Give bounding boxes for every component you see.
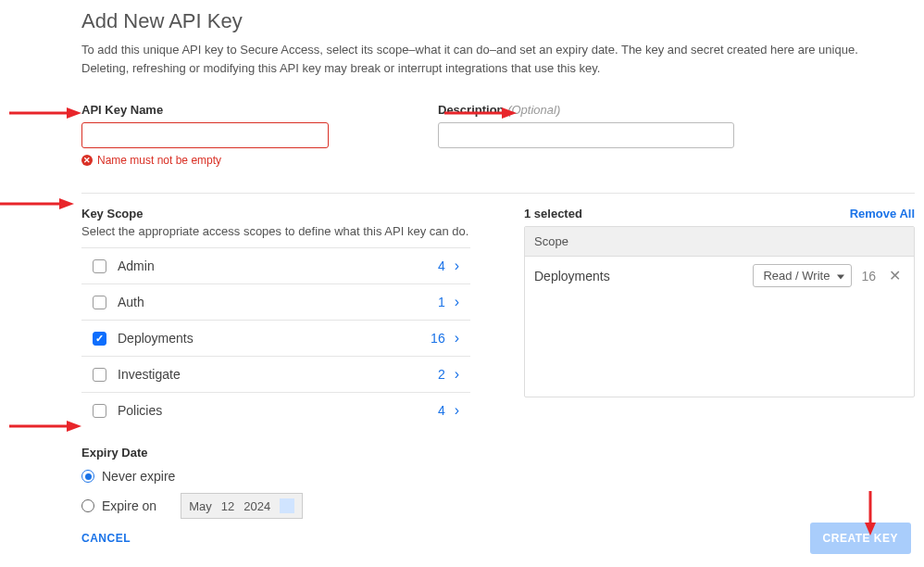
- selected-scope-name: Deployments: [534, 269, 743, 284]
- permission-select[interactable]: Read / Write: [753, 264, 852, 287]
- scope-checkbox[interactable]: [93, 404, 106, 418]
- scope-item-name: Admin: [118, 258, 438, 273]
- chevron-right-icon: ›: [455, 402, 459, 419]
- scope-item-name: Policies: [118, 403, 438, 418]
- scope-item-count: 16: [431, 331, 445, 346]
- radio-expire-on[interactable]: [81, 499, 94, 512]
- expire-on-label: Expire on: [102, 498, 156, 513]
- scope-item[interactable]: Investigate2›: [81, 357, 470, 393]
- api-key-name-label: API Key Name: [81, 103, 329, 117]
- expiry-date-input[interactable]: May 12 2024: [181, 493, 303, 519]
- scope-item[interactable]: Policies4›: [81, 393, 470, 423]
- radio-never-expire[interactable]: [81, 470, 94, 483]
- page-title: Add New API Key: [81, 9, 924, 33]
- expiry-label: Expiry Date: [81, 446, 924, 460]
- remove-scope-button[interactable]: ✕: [885, 267, 905, 284]
- selected-count: 1 selected: [524, 207, 582, 220]
- description-label: Description (Optional): [438, 103, 734, 117]
- scope-checkbox[interactable]: [93, 259, 106, 273]
- create-key-button[interactable]: CREATE KEY: [810, 523, 911, 554]
- calendar-icon: [280, 498, 294, 513]
- scope-item[interactable]: Auth1›: [81, 284, 470, 321]
- cancel-button[interactable]: CANCEL: [81, 532, 131, 545]
- api-key-name-input[interactable]: [81, 122, 329, 148]
- scope-item-count: 4: [438, 403, 445, 418]
- scope-checkbox[interactable]: [93, 332, 106, 346]
- never-expire-label: Never expire: [102, 469, 175, 484]
- selected-scope-count: 16: [861, 269, 876, 284]
- selected-panel: Scope DeploymentsRead / Write16✕: [524, 226, 915, 397]
- scope-item-count: 4: [438, 258, 445, 273]
- scope-checkbox[interactable]: [93, 368, 106, 382]
- scope-list[interactable]: Admin4›Auth1›Deployments16›Investigate2›…: [81, 247, 470, 423]
- selected-column-header: Scope: [525, 227, 914, 257]
- chevron-right-icon: ›: [455, 258, 459, 274]
- remove-all-link[interactable]: Remove All: [850, 207, 915, 220]
- api-key-name-error: ✕ Name must not be empty: [81, 154, 329, 167]
- scope-checkbox[interactable]: [93, 296, 106, 309]
- selected-row: DeploymentsRead / Write16✕: [525, 257, 914, 295]
- key-scope-label: Key Scope: [81, 207, 470, 220]
- page-description: To add this unique API key to Secure Acc…: [81, 41, 905, 77]
- scope-item[interactable]: Admin4›: [81, 248, 470, 284]
- chevron-right-icon: ›: [455, 330, 459, 346]
- description-input[interactable]: [438, 122, 734, 148]
- section-divider: [81, 193, 915, 194]
- scope-item[interactable]: Deployments16›: [81, 321, 470, 357]
- scope-item-name: Deployments: [118, 331, 431, 346]
- scope-item-count: 1: [438, 295, 445, 309]
- scope-item-name: Auth: [118, 295, 438, 309]
- chevron-right-icon: ›: [455, 366, 459, 383]
- chevron-right-icon: ›: [455, 294, 459, 310]
- scope-item-name: Investigate: [118, 367, 438, 382]
- scope-item-count: 2: [438, 367, 445, 382]
- key-scope-help: Select the appropriate access scopes to …: [81, 224, 470, 238]
- error-icon: ✕: [81, 155, 93, 166]
